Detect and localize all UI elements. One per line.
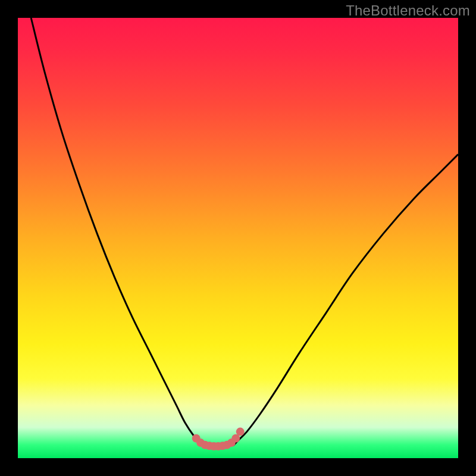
chart-frame: TheBottleneck.com	[0, 0, 476, 476]
curve-layer	[18, 18, 458, 458]
plot-area	[18, 18, 458, 458]
bottleneck-right-curve	[229, 154, 458, 445]
valley-marker-group	[192, 428, 245, 450]
bottleneck-left-curve	[31, 18, 207, 445]
watermark-text: TheBottleneck.com	[346, 2, 470, 19]
valley-marker	[236, 428, 245, 436]
